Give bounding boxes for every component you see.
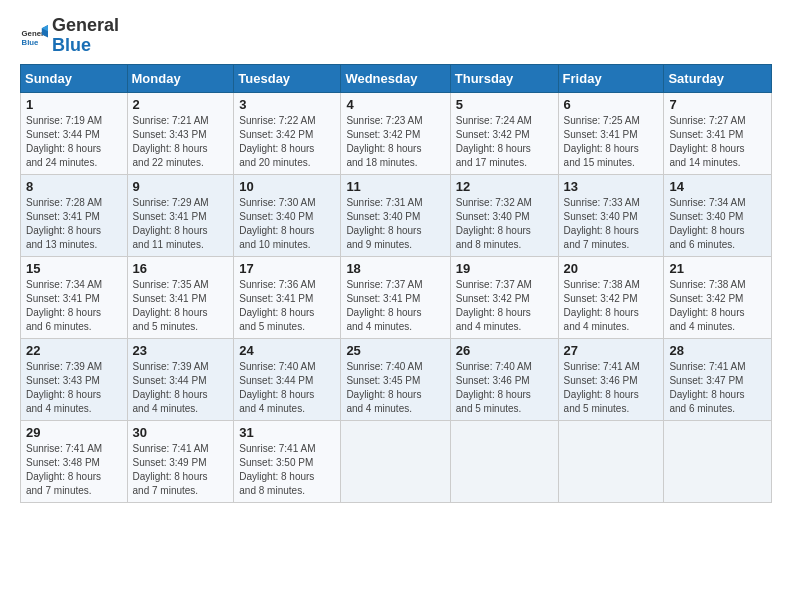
day-number: 21 bbox=[669, 261, 766, 276]
weekday-header-friday: Friday bbox=[558, 64, 664, 92]
day-number: 2 bbox=[133, 97, 229, 112]
calendar-cell: 26Sunrise: 7:40 AMSunset: 3:46 PMDayligh… bbox=[450, 338, 558, 420]
day-info: Sunrise: 7:28 AMSunset: 3:41 PMDaylight:… bbox=[26, 196, 122, 252]
day-info: Sunrise: 7:22 AMSunset: 3:42 PMDaylight:… bbox=[239, 114, 335, 170]
day-number: 29 bbox=[26, 425, 122, 440]
calendar-cell: 28Sunrise: 7:41 AMSunset: 3:47 PMDayligh… bbox=[664, 338, 772, 420]
svg-text:Blue: Blue bbox=[22, 38, 40, 47]
calendar-week-row: 1Sunrise: 7:19 AMSunset: 3:44 PMDaylight… bbox=[21, 92, 772, 174]
day-number: 7 bbox=[669, 97, 766, 112]
day-info: Sunrise: 7:21 AMSunset: 3:43 PMDaylight:… bbox=[133, 114, 229, 170]
day-info: Sunrise: 7:40 AMSunset: 3:44 PMDaylight:… bbox=[239, 360, 335, 416]
day-info: Sunrise: 7:27 AMSunset: 3:41 PMDaylight:… bbox=[669, 114, 766, 170]
calendar-cell: 11Sunrise: 7:31 AMSunset: 3:40 PMDayligh… bbox=[341, 174, 450, 256]
calendar-cell: 4Sunrise: 7:23 AMSunset: 3:42 PMDaylight… bbox=[341, 92, 450, 174]
day-info: Sunrise: 7:39 AMSunset: 3:44 PMDaylight:… bbox=[133, 360, 229, 416]
logo-icon: General Blue bbox=[20, 22, 48, 50]
weekday-header-sunday: Sunday bbox=[21, 64, 128, 92]
calendar-week-row: 15Sunrise: 7:34 AMSunset: 3:41 PMDayligh… bbox=[21, 256, 772, 338]
weekday-header-wednesday: Wednesday bbox=[341, 64, 450, 92]
calendar-cell: 22Sunrise: 7:39 AMSunset: 3:43 PMDayligh… bbox=[21, 338, 128, 420]
day-number: 13 bbox=[564, 179, 659, 194]
calendar-cell: 29Sunrise: 7:41 AMSunset: 3:48 PMDayligh… bbox=[21, 420, 128, 502]
weekday-header-tuesday: Tuesday bbox=[234, 64, 341, 92]
calendar-cell bbox=[450, 420, 558, 502]
calendar-cell: 12Sunrise: 7:32 AMSunset: 3:40 PMDayligh… bbox=[450, 174, 558, 256]
day-info: Sunrise: 7:37 AMSunset: 3:42 PMDaylight:… bbox=[456, 278, 553, 334]
day-number: 30 bbox=[133, 425, 229, 440]
calendar-cell: 25Sunrise: 7:40 AMSunset: 3:45 PMDayligh… bbox=[341, 338, 450, 420]
day-info: Sunrise: 7:19 AMSunset: 3:44 PMDaylight:… bbox=[26, 114, 122, 170]
day-info: Sunrise: 7:38 AMSunset: 3:42 PMDaylight:… bbox=[564, 278, 659, 334]
calendar-cell: 21Sunrise: 7:38 AMSunset: 3:42 PMDayligh… bbox=[664, 256, 772, 338]
day-number: 25 bbox=[346, 343, 444, 358]
day-number: 4 bbox=[346, 97, 444, 112]
day-number: 28 bbox=[669, 343, 766, 358]
calendar-cell: 27Sunrise: 7:41 AMSunset: 3:46 PMDayligh… bbox=[558, 338, 664, 420]
calendar-cell: 13Sunrise: 7:33 AMSunset: 3:40 PMDayligh… bbox=[558, 174, 664, 256]
calendar-week-row: 29Sunrise: 7:41 AMSunset: 3:48 PMDayligh… bbox=[21, 420, 772, 502]
day-info: Sunrise: 7:41 AMSunset: 3:47 PMDaylight:… bbox=[669, 360, 766, 416]
day-number: 17 bbox=[239, 261, 335, 276]
calendar-cell: 3Sunrise: 7:22 AMSunset: 3:42 PMDaylight… bbox=[234, 92, 341, 174]
day-info: Sunrise: 7:41 AMSunset: 3:50 PMDaylight:… bbox=[239, 442, 335, 498]
calendar-table: SundayMondayTuesdayWednesdayThursdayFrid… bbox=[20, 64, 772, 503]
day-number: 9 bbox=[133, 179, 229, 194]
day-info: Sunrise: 7:41 AMSunset: 3:48 PMDaylight:… bbox=[26, 442, 122, 498]
day-number: 5 bbox=[456, 97, 553, 112]
calendar-cell: 2Sunrise: 7:21 AMSunset: 3:43 PMDaylight… bbox=[127, 92, 234, 174]
calendar-cell: 17Sunrise: 7:36 AMSunset: 3:41 PMDayligh… bbox=[234, 256, 341, 338]
day-number: 3 bbox=[239, 97, 335, 112]
calendar-cell: 18Sunrise: 7:37 AMSunset: 3:41 PMDayligh… bbox=[341, 256, 450, 338]
weekday-header-thursday: Thursday bbox=[450, 64, 558, 92]
day-info: Sunrise: 7:34 AMSunset: 3:41 PMDaylight:… bbox=[26, 278, 122, 334]
day-number: 18 bbox=[346, 261, 444, 276]
day-number: 14 bbox=[669, 179, 766, 194]
day-number: 31 bbox=[239, 425, 335, 440]
day-number: 6 bbox=[564, 97, 659, 112]
day-number: 23 bbox=[133, 343, 229, 358]
weekday-header-saturday: Saturday bbox=[664, 64, 772, 92]
day-number: 24 bbox=[239, 343, 335, 358]
calendar-cell: 31Sunrise: 7:41 AMSunset: 3:50 PMDayligh… bbox=[234, 420, 341, 502]
day-number: 26 bbox=[456, 343, 553, 358]
day-info: Sunrise: 7:25 AMSunset: 3:41 PMDaylight:… bbox=[564, 114, 659, 170]
weekday-header-monday: Monday bbox=[127, 64, 234, 92]
day-number: 20 bbox=[564, 261, 659, 276]
day-number: 19 bbox=[456, 261, 553, 276]
calendar-cell: 5Sunrise: 7:24 AMSunset: 3:42 PMDaylight… bbox=[450, 92, 558, 174]
day-number: 10 bbox=[239, 179, 335, 194]
day-info: Sunrise: 7:29 AMSunset: 3:41 PMDaylight:… bbox=[133, 196, 229, 252]
day-number: 15 bbox=[26, 261, 122, 276]
day-number: 27 bbox=[564, 343, 659, 358]
day-info: Sunrise: 7:41 AMSunset: 3:46 PMDaylight:… bbox=[564, 360, 659, 416]
day-info: Sunrise: 7:40 AMSunset: 3:45 PMDaylight:… bbox=[346, 360, 444, 416]
calendar-week-row: 8Sunrise: 7:28 AMSunset: 3:41 PMDaylight… bbox=[21, 174, 772, 256]
day-info: Sunrise: 7:34 AMSunset: 3:40 PMDaylight:… bbox=[669, 196, 766, 252]
calendar-cell: 9Sunrise: 7:29 AMSunset: 3:41 PMDaylight… bbox=[127, 174, 234, 256]
calendar-cell: 7Sunrise: 7:27 AMSunset: 3:41 PMDaylight… bbox=[664, 92, 772, 174]
day-info: Sunrise: 7:37 AMSunset: 3:41 PMDaylight:… bbox=[346, 278, 444, 334]
day-number: 11 bbox=[346, 179, 444, 194]
day-info: Sunrise: 7:23 AMSunset: 3:42 PMDaylight:… bbox=[346, 114, 444, 170]
day-number: 1 bbox=[26, 97, 122, 112]
calendar-cell: 6Sunrise: 7:25 AMSunset: 3:41 PMDaylight… bbox=[558, 92, 664, 174]
day-info: Sunrise: 7:41 AMSunset: 3:49 PMDaylight:… bbox=[133, 442, 229, 498]
calendar-cell: 24Sunrise: 7:40 AMSunset: 3:44 PMDayligh… bbox=[234, 338, 341, 420]
day-info: Sunrise: 7:36 AMSunset: 3:41 PMDaylight:… bbox=[239, 278, 335, 334]
day-info: Sunrise: 7:33 AMSunset: 3:40 PMDaylight:… bbox=[564, 196, 659, 252]
day-number: 22 bbox=[26, 343, 122, 358]
calendar-cell: 19Sunrise: 7:37 AMSunset: 3:42 PMDayligh… bbox=[450, 256, 558, 338]
logo-text: General Blue bbox=[52, 16, 119, 56]
calendar-cell: 30Sunrise: 7:41 AMSunset: 3:49 PMDayligh… bbox=[127, 420, 234, 502]
day-info: Sunrise: 7:32 AMSunset: 3:40 PMDaylight:… bbox=[456, 196, 553, 252]
day-number: 16 bbox=[133, 261, 229, 276]
calendar-cell: 14Sunrise: 7:34 AMSunset: 3:40 PMDayligh… bbox=[664, 174, 772, 256]
calendar-header-row: SundayMondayTuesdayWednesdayThursdayFrid… bbox=[21, 64, 772, 92]
calendar-cell: 10Sunrise: 7:30 AMSunset: 3:40 PMDayligh… bbox=[234, 174, 341, 256]
day-info: Sunrise: 7:40 AMSunset: 3:46 PMDaylight:… bbox=[456, 360, 553, 416]
calendar-cell bbox=[558, 420, 664, 502]
calendar-cell bbox=[341, 420, 450, 502]
calendar-cell: 16Sunrise: 7:35 AMSunset: 3:41 PMDayligh… bbox=[127, 256, 234, 338]
calendar-cell bbox=[664, 420, 772, 502]
